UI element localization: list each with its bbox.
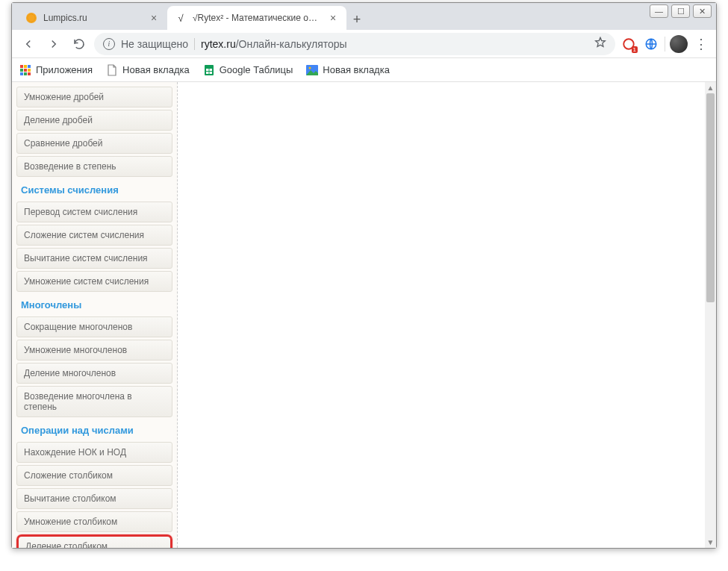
close-icon[interactable]: × (327, 12, 339, 24)
bookmark-label: Приложения (36, 64, 93, 75)
main-content-area (178, 82, 709, 548)
minimize-button[interactable]: — (650, 4, 668, 18)
forward-button[interactable] (43, 34, 64, 54)
svg-rect-6 (28, 65, 31, 68)
sidebar-item[interactable]: Сложение столбиком (16, 465, 172, 486)
sidebar-item[interactable]: Сравнение дробей (16, 133, 172, 154)
sidebar-item[interactable]: Сложение систем счисления (16, 225, 172, 246)
sidebar-item[interactable]: Вычитание систем счисления (16, 248, 172, 269)
bookmarks-bar: Приложения Новая вкладка Google Таблицы … (12, 58, 716, 82)
bookmark-apps[interactable]: Приложения (19, 64, 93, 76)
sidebar-item[interactable]: Деление дробей (16, 110, 172, 131)
close-window-button[interactable]: ✕ (693, 4, 712, 18)
menu-button[interactable]: ⋮ (692, 35, 710, 53)
sidebar-item[interactable]: Сокращение многочленов (16, 316, 172, 337)
close-icon[interactable]: × (148, 12, 160, 24)
svg-rect-12 (28, 72, 31, 75)
globe-icon[interactable] (642, 35, 660, 53)
sheets-icon (203, 64, 215, 76)
svg-rect-11 (24, 72, 27, 75)
sidebar-item[interactable]: Возведение многочлена в степень (16, 386, 172, 417)
reload-button[interactable] (69, 34, 90, 54)
sidebar-category-header[interactable]: Операции над числами (15, 419, 177, 440)
maximize-button[interactable]: ☐ (671, 4, 690, 18)
svg-rect-10 (20, 72, 23, 75)
scrollbar[interactable]: ▲ ▼ (705, 82, 716, 548)
sidebar-item[interactable]: Перевод систем счисления (16, 202, 172, 222)
bookmark-newtab2[interactable]: Новая вкладка (306, 64, 390, 76)
tab-title: √Rytex² - Математические онла (193, 13, 321, 23)
svg-rect-9 (28, 69, 31, 72)
sidebar-category-header[interactable]: Многочлены (15, 294, 177, 315)
separator (194, 38, 195, 50)
extension-icon[interactable]: 1 (620, 35, 638, 53)
browser-window: Lumpics.ru × √ √Rytex² - Математические … (11, 2, 717, 549)
svg-rect-8 (24, 69, 27, 72)
sidebar-category-header[interactable]: Системы счисления (15, 179, 177, 200)
svg-rect-5 (24, 65, 27, 68)
url-text: rytex.ru/Онлайн-калькуляторы (201, 38, 347, 50)
toolbar: i Не защищено rytex.ru/Онлайн-калькулято… (12, 30, 716, 58)
page-icon (106, 64, 118, 76)
bookmark-label: Новая вкладка (323, 64, 390, 75)
scroll-thumb[interactable] (706, 93, 715, 302)
sidebar-item[interactable]: Умножение дробей (16, 87, 172, 107)
orange-icon (25, 12, 37, 24)
sidebar-item[interactable]: Умножение столбиком (16, 511, 172, 532)
svg-point-18 (309, 66, 311, 69)
address-bar[interactable]: i Не защищено rytex.ru/Онлайн-калькулято… (94, 33, 615, 55)
tab-rytex[interactable]: √ √Rytex² - Математические онла × (167, 6, 346, 30)
bookmark-star-icon[interactable] (594, 37, 606, 52)
bookmark-label: Новая вкладка (122, 64, 190, 75)
security-label: Не защищено (121, 38, 188, 50)
extension-badge: 1 (632, 46, 638, 53)
svg-rect-7 (20, 69, 23, 72)
sidebar-item[interactable]: Умножение многочленов (16, 340, 172, 361)
sidebar-item[interactable]: Умножение систем счисления (16, 271, 172, 292)
bookmark-newtab1[interactable]: Новая вкладка (106, 64, 190, 76)
sidebar-item[interactable]: Нахождение НОК и НОД (16, 442, 172, 463)
svg-rect-4 (20, 65, 23, 68)
info-icon[interactable]: i (103, 38, 115, 50)
back-button[interactable] (18, 34, 39, 54)
tab-title: Lumpics.ru (43, 13, 142, 23)
sidebar: Умножение дробейДеление дробейСравнение … (12, 82, 178, 548)
new-tab-button[interactable]: + (346, 9, 367, 30)
page-content: Умножение дробейДеление дробейСравнение … (12, 82, 716, 548)
scroll-up-arrow[interactable]: ▲ (705, 82, 716, 93)
window-controls: — ☐ ✕ (650, 4, 712, 18)
profile-avatar[interactable] (670, 35, 688, 53)
scroll-down-arrow[interactable]: ▼ (705, 537, 716, 548)
tab-lumpics[interactable]: Lumpics.ru × (18, 6, 167, 30)
apps-icon (19, 64, 31, 76)
tab-strip: Lumpics.ru × √ √Rytex² - Математические … (12, 3, 716, 30)
sidebar-item[interactable]: Деление столбиком (16, 534, 172, 548)
photo-icon (306, 64, 318, 76)
bookmark-sheets[interactable]: Google Таблицы (203, 64, 293, 76)
bookmark-label: Google Таблицы (220, 64, 293, 75)
separator (665, 37, 665, 52)
sqrt-icon: √ (175, 12, 187, 24)
sidebar-item[interactable]: Деление многочленов (16, 363, 172, 384)
sidebar-item[interactable]: Вычитание столбиком (16, 488, 172, 509)
sidebar-item[interactable]: Возведение в степень (16, 156, 172, 177)
